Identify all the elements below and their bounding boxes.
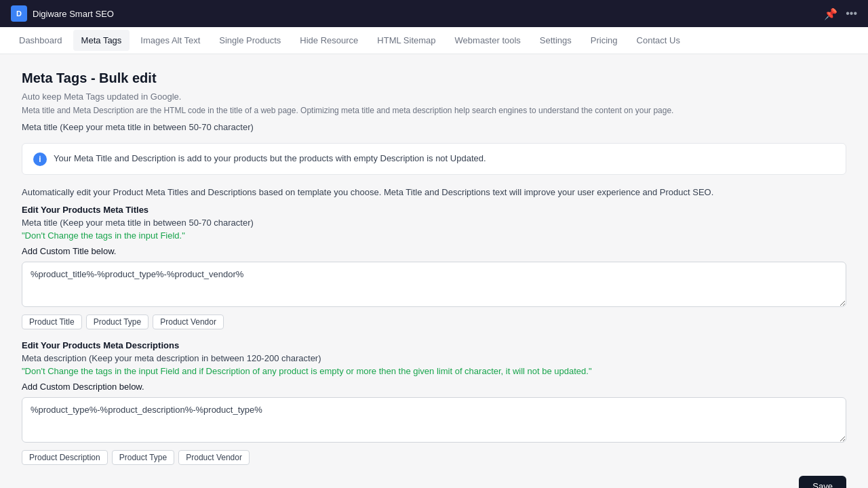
desc-warning: "Don't Change the tags in the input Fiel… <box>22 366 846 376</box>
pin-icon[interactable]: 📌 <box>824 7 837 20</box>
nav-images-alt-text[interactable]: Images Alt Text <box>132 30 208 51</box>
info-banner-text: Your Meta Title and Description is add t… <box>54 152 486 165</box>
nav-meta-tags[interactable]: Meta Tags <box>73 30 130 51</box>
main-content: Meta Tags - Bulk edit Auto keep Meta Tag… <box>0 54 868 488</box>
nav-hide-resource[interactable]: Hide Resource <box>292 30 366 51</box>
descriptions-section: Edit Your Products Meta Descriptions Met… <box>22 340 846 465</box>
page-subtitle: Auto keep Meta Tags updated in Google. <box>22 92 846 102</box>
meta-title-hint: Meta title (Keep your meta title in betw… <box>22 122 846 132</box>
app-name: Digiware Smart SEO <box>33 9 114 19</box>
desc-tag-2[interactable]: Product Vendor <box>178 450 250 465</box>
title-tag-1[interactable]: Product Type <box>86 314 149 329</box>
nav-pricing[interactable]: Pricing <box>583 30 626 51</box>
nav-bar: Dashboard Meta Tags Images Alt Text Sing… <box>0 27 868 54</box>
add-desc-label: Add Custom Description below. <box>22 382 846 392</box>
nav-single-products[interactable]: Single Products <box>211 30 289 51</box>
page-description: Meta title and Meta Description are the … <box>22 104 846 117</box>
nav-html-sitemap[interactable]: HTML Sitemap <box>369 30 443 51</box>
desc-tags-row: Product Description Product Type Product… <box>22 450 846 465</box>
edit-titles-label: Edit Your Products Meta Titles <box>22 205 846 215</box>
desc-tag-0[interactable]: Product Description <box>22 450 108 465</box>
title-tags-row: Product Title Product Type Product Vendo… <box>22 314 846 329</box>
edit-descriptions-label: Edit Your Products Meta Descriptions <box>22 340 846 350</box>
nav-contact-us[interactable]: Contact Us <box>629 30 688 51</box>
nav-settings[interactable]: Settings <box>532 30 580 51</box>
save-button[interactable]: Save <box>799 476 846 489</box>
titles-section: Edit Your Products Meta Titles Meta titl… <box>22 205 846 329</box>
save-row: Save <box>22 476 846 489</box>
title-hint: Meta title (Keep your meta title in betw… <box>22 218 846 228</box>
title-warning: "Don't Change the tags in the input Fiel… <box>22 230 846 241</box>
info-banner: i Your Meta Title and Description is add… <box>22 143 846 175</box>
info-icon: i <box>33 152 47 166</box>
top-bar-left: D Digiware Smart SEO <box>11 5 114 22</box>
title-input[interactable] <box>22 262 846 307</box>
section-description: Automatically edit your Product Meta Tit… <box>22 186 846 199</box>
nav-webmaster-tools[interactable]: Webmaster tools <box>447 30 529 51</box>
desc-tag-1[interactable]: Product Type <box>112 450 175 465</box>
page-title: Meta Tags - Bulk edit <box>22 70 846 86</box>
top-bar-right: 📌 ••• <box>824 7 857 20</box>
top-bar: D Digiware Smart SEO 📌 ••• <box>0 0 868 27</box>
desc-input[interactable] <box>22 397 846 443</box>
more-icon[interactable]: ••• <box>846 7 857 20</box>
add-title-label: Add Custom Title below. <box>22 246 846 256</box>
nav-dashboard[interactable]: Dashboard <box>11 30 71 51</box>
desc-hint: Meta description (Keep your meta descrip… <box>22 353 846 363</box>
title-tag-0[interactable]: Product Title <box>22 314 82 329</box>
title-tag-2[interactable]: Product Vendor <box>153 314 224 329</box>
app-icon: D <box>11 5 27 22</box>
